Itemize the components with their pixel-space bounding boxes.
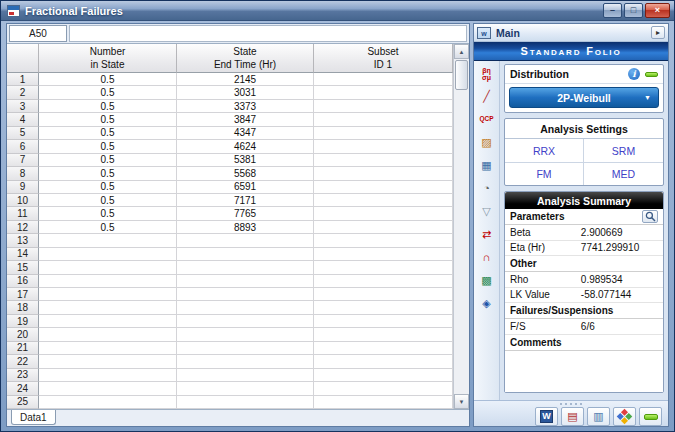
row-number-cell[interactable]: 1 <box>7 73 39 86</box>
row-number-cell[interactable]: 3 <box>7 100 39 113</box>
cell-state-end-time[interactable] <box>177 355 314 368</box>
sheet-tab-data1[interactable]: Data1 <box>11 410 56 425</box>
cell-subset-id[interactable] <box>314 140 453 153</box>
row-number-cell[interactable]: 16 <box>7 275 39 288</box>
cell-number-in-state[interactable]: 0.5 <box>39 221 177 234</box>
cell-subset-id[interactable] <box>314 369 453 382</box>
cell-subset-id[interactable] <box>314 181 453 194</box>
row-number-cell[interactable]: 15 <box>7 261 39 274</box>
notebook-icon[interactable]: ▥ <box>587 407 610 426</box>
column-header-subset-id[interactable]: Subset ID 1 <box>314 44 453 73</box>
cell-subset-id[interactable] <box>314 248 453 261</box>
cell-reference-box[interactable]: A50 <box>9 25 67 42</box>
panel-expand-icon[interactable]: ▸ <box>651 26 665 39</box>
cell-subset-id[interactable] <box>314 154 453 167</box>
cell-subset-id[interactable] <box>314 167 453 180</box>
row-number-cell[interactable]: 8 <box>7 167 39 180</box>
minimize-button[interactable]: – <box>603 3 622 18</box>
cell-state-end-time[interactable]: 5381 <box>177 154 314 167</box>
cell-number-in-state[interactable]: 0.5 <box>39 127 177 140</box>
row-number-cell[interactable]: 22 <box>7 355 39 368</box>
transfer-data-icon[interactable]: ▩ <box>477 271 497 290</box>
row-number-cell[interactable]: 17 <box>7 288 39 301</box>
row-number-cell[interactable]: 5 <box>7 127 39 140</box>
cell-state-end-time[interactable]: 7765 <box>177 207 314 220</box>
collapse-panel-icon[interactable] <box>639 407 662 426</box>
cell-subset-id[interactable] <box>314 73 453 86</box>
quick-statistical-reference-icon[interactable]: ◔ <box>477 179 497 198</box>
row-number-cell[interactable]: 4 <box>7 113 39 126</box>
cell-number-in-state[interactable] <box>39 342 177 355</box>
cell-state-end-time[interactable]: 6591 <box>177 181 314 194</box>
cell-number-in-state[interactable]: 0.5 <box>39 140 177 153</box>
cell-number-in-state[interactable] <box>39 369 177 382</box>
info-icon[interactable]: i <box>628 68 640 80</box>
select-data-sheet-icon[interactable]: ▦ <box>477 156 497 175</box>
row-number-cell[interactable]: 14 <box>7 248 39 261</box>
row-number-cell[interactable]: 2 <box>7 86 39 99</box>
cell-subset-id[interactable] <box>314 113 453 126</box>
cell-state-end-time[interactable]: 3847 <box>177 113 314 126</box>
cell-number-in-state[interactable] <box>39 261 177 274</box>
scroll-up-icon[interactable]: ▲ <box>454 44 469 59</box>
calculate-parameters-icon[interactable]: βησμ <box>477 64 497 83</box>
cell-subset-id[interactable] <box>314 355 453 368</box>
cell-number-in-state[interactable]: 0.5 <box>39 154 177 167</box>
filter-icon[interactable]: ▽ <box>477 202 497 221</box>
cell-number-in-state[interactable]: 0.5 <box>39 73 177 86</box>
row-number-cell[interactable]: 11 <box>7 207 39 220</box>
setting-option-fm[interactable]: FM <box>505 162 584 185</box>
cell-state-end-time[interactable] <box>177 342 314 355</box>
cell-subset-id[interactable] <box>314 207 453 220</box>
distribution-wizard-icon[interactable]: ◈ <box>477 294 497 313</box>
cell-number-in-state[interactable] <box>39 328 177 341</box>
close-button[interactable]: × <box>645 3 670 18</box>
cell-state-end-time[interactable] <box>177 301 314 314</box>
cell-number-in-state[interactable] <box>39 288 177 301</box>
cell-number-in-state[interactable]: 0.5 <box>39 86 177 99</box>
setting-option-med[interactable]: MED <box>584 162 663 185</box>
row-number-cell[interactable]: 12 <box>7 221 39 234</box>
cell-subset-id[interactable] <box>314 382 453 395</box>
cell-number-in-state[interactable]: 0.5 <box>39 181 177 194</box>
cell-number-in-state[interactable] <box>39 315 177 328</box>
cell-state-end-time[interactable] <box>177 328 314 341</box>
row-number-cell[interactable]: 23 <box>7 369 39 382</box>
cell-state-end-time[interactable]: 3373 <box>177 100 314 113</box>
cell-subset-id[interactable] <box>314 100 453 113</box>
cell-state-end-time[interactable] <box>177 315 314 328</box>
cell-number-in-state[interactable] <box>39 248 177 261</box>
cell-subset-id[interactable] <box>314 234 453 247</box>
word-report-icon[interactable]: W <box>535 407 558 426</box>
cell-subset-id[interactable] <box>314 221 453 234</box>
cell-subset-id[interactable] <box>314 288 453 301</box>
cell-subset-id[interactable] <box>314 301 453 314</box>
vertical-scrollbar[interactable]: ▲ ▼ <box>453 44 469 409</box>
cell-number-in-state[interactable] <box>39 301 177 314</box>
alter-data-type-icon[interactable]: ∩ <box>477 248 497 267</box>
row-number-cell[interactable]: 6 <box>7 140 39 153</box>
row-number-cell[interactable]: 7 <box>7 154 39 167</box>
report-document-icon[interactable]: ▤ <box>561 407 584 426</box>
collapse-section-icon[interactable] <box>645 72 658 77</box>
cell-state-end-time[interactable] <box>177 369 314 382</box>
row-number-cell[interactable]: 19 <box>7 315 39 328</box>
cell-state-end-time[interactable]: 8893 <box>177 221 314 234</box>
column-header-number-in-state[interactable]: Number in State <box>39 44 177 73</box>
cell-subset-id[interactable] <box>314 396 453 409</box>
plot-wizard-icon[interactable]: ▨ <box>477 133 497 152</box>
comments-area[interactable] <box>505 351 663 393</box>
cell-number-in-state[interactable] <box>39 234 177 247</box>
row-number-cell[interactable]: 18 <box>7 301 39 314</box>
cell-number-in-state[interactable] <box>39 396 177 409</box>
cell-state-end-time[interactable] <box>177 288 314 301</box>
cell-number-in-state[interactable]: 0.5 <box>39 100 177 113</box>
cell-number-in-state[interactable]: 0.5 <box>39 167 177 180</box>
cell-subset-id[interactable] <box>314 86 453 99</box>
cell-number-in-state[interactable] <box>39 382 177 395</box>
cell-state-end-time[interactable]: 4624 <box>177 140 314 153</box>
cell-state-end-time[interactable]: 2145 <box>177 73 314 86</box>
reliasoft-pinwheel-icon[interactable] <box>613 407 636 426</box>
cell-state-end-time[interactable] <box>177 396 314 409</box>
row-number-cell[interactable]: 24 <box>7 382 39 395</box>
